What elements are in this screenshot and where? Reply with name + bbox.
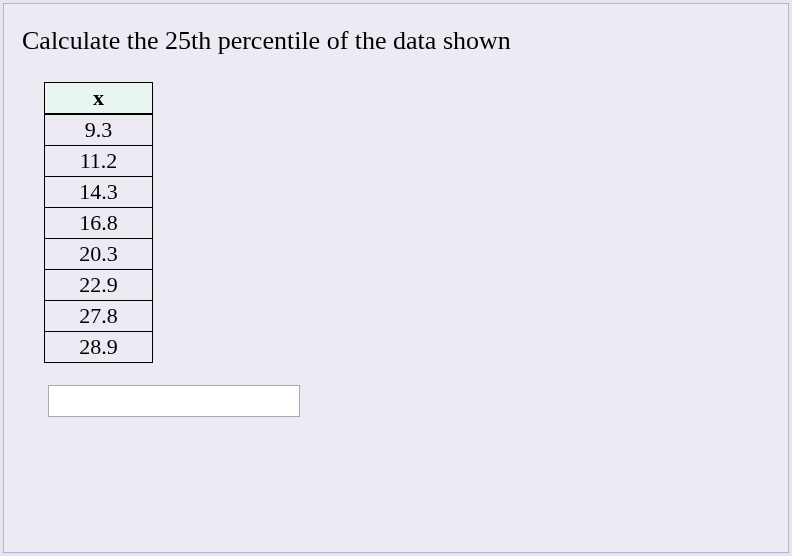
prompt-text: Calculate the 25th percentile of the dat… <box>22 26 770 56</box>
table-row: 27.8 <box>45 301 153 332</box>
table-cell: 11.2 <box>45 146 153 177</box>
table-cell: 28.9 <box>45 332 153 363</box>
table-row: 28.9 <box>45 332 153 363</box>
table-row: 20.3 <box>45 239 153 270</box>
table-row: 9.3 <box>45 114 153 146</box>
table-cell: 22.9 <box>45 270 153 301</box>
table-cell: 27.8 <box>45 301 153 332</box>
question-container: Calculate the 25th percentile of the dat… <box>3 3 789 553</box>
table-cell: 20.3 <box>45 239 153 270</box>
table-row: 22.9 <box>45 270 153 301</box>
data-table-wrap: x 9.3 11.2 14.3 16.8 20.3 22.9 27.8 28.9 <box>44 82 770 417</box>
table-row: 14.3 <box>45 177 153 208</box>
table-header-row: x <box>45 83 153 115</box>
table-cell: 16.8 <box>45 208 153 239</box>
table-cell: 14.3 <box>45 177 153 208</box>
table-row: 16.8 <box>45 208 153 239</box>
table-cell: 9.3 <box>45 114 153 146</box>
data-table: x 9.3 11.2 14.3 16.8 20.3 22.9 27.8 28.9 <box>44 82 153 363</box>
answer-input[interactable] <box>48 385 300 417</box>
table-row: 11.2 <box>45 146 153 177</box>
column-header-x: x <box>45 83 153 115</box>
